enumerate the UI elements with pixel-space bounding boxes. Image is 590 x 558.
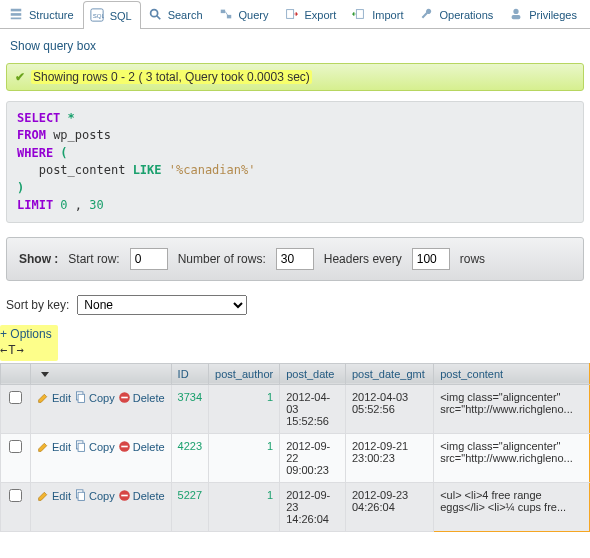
tab-bar: Structure SQL SQL Search Query Export Im… (0, 0, 590, 29)
copy-icon (74, 391, 87, 406)
cell-author: 1 (209, 433, 280, 482)
rows-label: rows (460, 252, 485, 266)
show-controls: Show : Start row: Number of rows: Header… (6, 237, 584, 281)
headers-every-label: Headers every (324, 252, 402, 266)
delete-link[interactable]: Delete (133, 392, 165, 404)
edit-link[interactable]: Edit (52, 490, 71, 502)
structure-icon (9, 7, 23, 23)
cell-date: 2012-09-22 09:00:23 (280, 433, 346, 482)
svg-rect-2 (11, 18, 22, 20)
export-icon (284, 7, 298, 23)
tab-structure[interactable]: Structure (2, 0, 83, 28)
cell-date: 2012-04-03 15:52:56 (280, 384, 346, 433)
show-query-box-link[interactable]: Show query box (10, 39, 96, 53)
wrench-icon (419, 7, 433, 23)
svg-rect-17 (121, 396, 128, 398)
start-row-label: Start row: (68, 252, 119, 266)
query-icon (219, 7, 233, 23)
tab-search[interactable]: Search (141, 0, 212, 28)
cell-content: <img class="aligncenter" src="http://www… (434, 384, 590, 433)
col-post-author[interactable]: post_author (209, 363, 280, 384)
svg-rect-23 (78, 492, 85, 500)
tab-label: Query (239, 9, 269, 21)
tab-query[interactable]: Query (212, 0, 278, 28)
svg-rect-19 (78, 443, 85, 451)
row-checkbox[interactable] (9, 440, 22, 453)
sql-display: SELECT * FROM wp_posts WHERE ( post_cont… (6, 101, 584, 223)
delete-icon (118, 489, 131, 504)
tab-label: Privileges (529, 9, 577, 21)
cell-content: <img class="aligncenter" src="http://www… (434, 433, 590, 482)
result-notice: ✔ Showing rows 0 - 2 ( 3 total, Query to… (6, 63, 584, 91)
copy-link[interactable]: Copy (89, 441, 115, 453)
search-icon (148, 7, 162, 23)
tab-label: Export (304, 9, 336, 21)
row-transpose-arrows[interactable]: ←T→ (0, 343, 25, 357)
cell-gmt: 2012-09-21 23:00:23 (345, 433, 433, 482)
cell-id: 5227 (171, 482, 208, 531)
row-checkbox[interactable] (9, 391, 22, 404)
cell-date: 2012-09-23 14:26:04 (280, 482, 346, 531)
tab-label: Import (372, 9, 403, 21)
table-row: Edit Copy Delete522712012-09-23 14:26:04… (1, 482, 590, 531)
cell-author: 1 (209, 482, 280, 531)
cell-author: 1 (209, 384, 280, 433)
tab-label: Operations (439, 9, 493, 21)
cell-content: <ul> <li>4 free range eggs</li> <li>¼ cu… (434, 482, 590, 531)
options-link[interactable]: + Options (0, 327, 52, 341)
table-row: Edit Copy Delete422312012-09-22 09:00:23… (1, 433, 590, 482)
svg-rect-11 (357, 10, 364, 19)
pencil-icon (37, 489, 50, 504)
tab-operations[interactable]: Operations (412, 0, 502, 28)
sort-by-label: Sort by key: (6, 298, 69, 312)
import-icon (352, 7, 366, 23)
start-row-input[interactable] (130, 248, 168, 270)
pencil-icon (37, 440, 50, 455)
tab-label: Search (168, 9, 203, 21)
results-table: ID post_author post_date post_date_gmt p… (0, 363, 590, 532)
svg-point-5 (150, 10, 157, 17)
tab-privileges[interactable]: Privileges (502, 0, 586, 28)
edit-link[interactable]: Edit (52, 441, 71, 453)
col-post-date[interactable]: post_date (280, 363, 346, 384)
table-row: Edit Copy Delete373412012-04-03 15:52:56… (1, 384, 590, 433)
sql-icon: SQL (90, 8, 104, 24)
num-rows-input[interactable] (276, 248, 314, 270)
svg-rect-13 (512, 15, 521, 19)
tab-import[interactable]: Import (345, 0, 412, 28)
copy-icon (74, 440, 87, 455)
svg-rect-25 (121, 494, 128, 496)
copy-link[interactable]: Copy (89, 490, 115, 502)
headers-every-input[interactable] (412, 248, 450, 270)
svg-point-12 (514, 9, 519, 14)
tab-label: SQL (110, 10, 132, 22)
edit-link[interactable]: Edit (52, 392, 71, 404)
svg-rect-15 (78, 394, 85, 402)
svg-rect-10 (287, 10, 294, 19)
copy-icon (74, 489, 87, 504)
tab-sql[interactable]: SQL SQL (83, 1, 141, 29)
svg-rect-1 (11, 13, 22, 16)
row-checkbox[interactable] (9, 489, 22, 502)
cell-id: 4223 (171, 433, 208, 482)
cell-gmt: 2012-04-03 05:52:56 (345, 384, 433, 433)
show-label: Show : (19, 252, 58, 266)
col-post-content[interactable]: post_content (434, 363, 590, 384)
privileges-icon (509, 7, 523, 23)
col-post-date-gmt[interactable]: post_date_gmt (345, 363, 433, 384)
svg-text:SQL: SQL (92, 12, 103, 19)
delete-icon (118, 391, 131, 406)
tab-export[interactable]: Export (277, 0, 345, 28)
sort-by-select[interactable]: None (77, 295, 247, 315)
delete-link[interactable]: Delete (133, 490, 165, 502)
col-id[interactable]: ID (171, 363, 208, 384)
delete-link[interactable]: Delete (133, 441, 165, 453)
tab-label: Structure (29, 9, 74, 21)
copy-link[interactable]: Copy (89, 392, 115, 404)
num-rows-label: Number of rows: (178, 252, 266, 266)
sort-row: Sort by key: None (0, 295, 590, 325)
cell-id: 3734 (171, 384, 208, 433)
cell-gmt: 2012-09-23 04:26:04 (345, 482, 433, 531)
svg-rect-0 (11, 9, 22, 12)
delete-icon (118, 440, 131, 455)
